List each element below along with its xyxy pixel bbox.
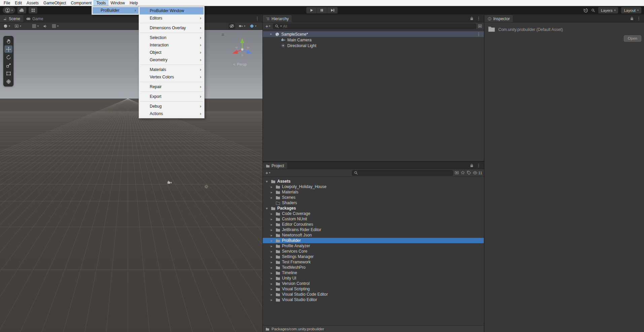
camera-settings-dropdown[interactable]: ▾ (238, 23, 246, 29)
menu-item-interaction[interactable]: Interaction› (140, 41, 204, 49)
layout-dropdown[interactable]: Layout ▾ (621, 7, 641, 13)
camera-gizmo-icon[interactable] (167, 180, 172, 186)
scene-options-icon[interactable]: ⋮ (476, 32, 481, 37)
move-tool-button[interactable] (4, 45, 12, 53)
menu-item-selection[interactable]: Selection› (140, 34, 204, 41)
hidden-packages-toggle[interactable]: 11 (473, 171, 482, 175)
layers-dropdown[interactable]: Layers ▾ (598, 7, 618, 13)
rotate-tool-button[interactable] (4, 53, 12, 61)
project-row-scenes[interactable]: ▸Scenes (263, 195, 484, 200)
tab-project[interactable]: Project (263, 162, 287, 169)
search-picker-icon[interactable] (478, 24, 482, 28)
project-search-input[interactable] (352, 170, 453, 176)
menu-item-debug[interactable]: Debug› (140, 103, 204, 110)
project-row-profile-analyzer[interactable]: ▸Profile Analyzer (263, 243, 484, 249)
favorites-icon[interactable] (461, 171, 465, 175)
grid-snap-dropdown[interactable]: ▾ (31, 23, 40, 29)
view-tool-button[interactable] (4, 37, 12, 45)
shading-mode-dropdown[interactable]: ▾ (2, 23, 11, 29)
search-button[interactable] (591, 8, 595, 12)
hierarchy-row-directional-light[interactable]: Directional Light (263, 43, 484, 48)
foldout-icon[interactable]: ▸ (270, 271, 274, 275)
foldout-icon[interactable]: ▸ (270, 233, 274, 237)
project-row-lowpoly-holiday-house[interactable]: ▸Lowpoly_Holiday_House (263, 184, 484, 189)
project-row-packages[interactable]: ▾Packages (263, 206, 484, 211)
project-row-visual-studio-editor[interactable]: ▸Visual Studio Editor (263, 297, 484, 302)
menu-item-probuilder-window[interactable]: ProBuilder Window (140, 7, 204, 14)
lock-icon[interactable] (470, 16, 473, 21)
project-row-test-framework[interactable]: ▸Test Framework (263, 259, 484, 265)
pause-button[interactable] (317, 7, 327, 13)
overlay-handle[interactable]: ≡ (221, 32, 224, 37)
tab-inspector[interactable]: Inspector (485, 15, 513, 22)
scale-tool-button[interactable] (4, 62, 12, 69)
foldout-icon[interactable]: ▸ (270, 239, 274, 243)
lock-icon[interactable] (470, 163, 473, 168)
menu-item-object[interactable]: Object› (140, 49, 204, 56)
project-row-materials[interactable]: ▸Materials (263, 189, 484, 195)
light-gizmo-icon[interactable] (204, 184, 209, 190)
foldout-icon[interactable]: ▸ (270, 266, 274, 269)
project-menu-icon[interactable]: ⋮ (476, 163, 481, 168)
undo-history-button[interactable] (583, 8, 588, 13)
menu-file[interactable]: File (1, 0, 12, 6)
tab-game[interactable]: Game (23, 15, 46, 22)
menu-window[interactable]: Window (108, 0, 127, 6)
project-row-custom-nunit[interactable]: ▸Custom NUnit (263, 216, 484, 222)
audio-toggle[interactable] (42, 23, 48, 29)
project-row-timeline[interactable]: ▸Timeline (263, 270, 484, 275)
menu-item-export[interactable]: Export› (140, 93, 204, 100)
project-row-shaders[interactable]: Shaders (263, 200, 484, 206)
account-dropdown[interactable]: ▾ (3, 7, 15, 13)
project-row-visual-studio-code-editor[interactable]: ▸Visual Studio Code Editor (263, 292, 484, 297)
menu-item-geometry[interactable]: Geometry› (140, 56, 204, 64)
foldout-icon[interactable]: ▸ (270, 293, 274, 296)
menu-edit[interactable]: Edit (12, 0, 24, 6)
menu-item-probuilder[interactable]: ProBuilder› (93, 7, 138, 14)
menu-item-dimensions-overlay[interactable]: Dimensions Overlay› (140, 24, 204, 32)
hierarchy-row-main-camera[interactable]: Main Camera (263, 37, 484, 43)
transform-tool-button[interactable] (4, 78, 12, 85)
grid-visibility-dropdown[interactable]: ▾ (51, 23, 60, 29)
project-row-services-core[interactable]: ▸Services Core (263, 249, 484, 254)
foldout-icon[interactable]: ▾ (265, 180, 269, 183)
menu-help[interactable]: Help (127, 0, 140, 6)
menu-component[interactable]: Component (68, 0, 94, 6)
persp-toggle[interactable]: < Persp (233, 62, 247, 66)
scene-viewport[interactable]: ≡ < (0, 30, 262, 332)
menu-item-repair[interactable]: Repair› (140, 83, 204, 90)
foldout-icon[interactable]: ▸ (270, 250, 274, 253)
foldout-icon[interactable]: ▸ (270, 287, 274, 291)
view-options-dropdown[interactable]: ▾ (13, 23, 22, 29)
menu-assets[interactable]: Assets (24, 0, 41, 6)
foldout-icon[interactable]: ▸ (270, 196, 274, 199)
play-button[interactable] (307, 7, 317, 13)
foldout-icon[interactable]: ▸ (270, 223, 274, 226)
search-picker-icon[interactable] (455, 171, 459, 175)
gizmos-dropdown[interactable]: ▾ (249, 23, 257, 29)
menu-gameobject[interactable]: GameObject (41, 0, 68, 6)
services-button[interactable] (29, 7, 37, 13)
rect-tool-button[interactable] (4, 70, 12, 77)
project-row-newtonsoft-json[interactable]: ▸Newtonsoft Json (263, 232, 484, 238)
foldout-icon[interactable]: ▾ (269, 32, 273, 36)
project-row-version-control[interactable]: ▸Version Control (263, 281, 484, 286)
label-icon[interactable] (467, 171, 471, 175)
project-create-button[interactable]: + ▾ (264, 170, 271, 176)
project-row-editor-coroutines[interactable]: ▸Editor Coroutines (263, 222, 484, 227)
lock-icon[interactable] (630, 16, 634, 21)
project-row-settings-manager[interactable]: ▸Settings Manager (263, 254, 484, 259)
project-row-unity-ui[interactable]: ▸Unity UI (263, 275, 484, 281)
menu-item-vertex-colors[interactable]: Vertex Colors› (140, 73, 204, 81)
foldout-icon[interactable]: ▸ (270, 282, 274, 286)
foldout-icon[interactable]: ▸ (270, 212, 274, 216)
scene-orientation-gizmo[interactable] (228, 34, 257, 63)
scene-panel-menu-icon[interactable]: ⋮ (255, 16, 259, 21)
foldout-icon[interactable]: ▸ (270, 228, 274, 232)
foldout-icon[interactable]: ▸ (270, 185, 274, 189)
foldout-icon[interactable]: ▸ (270, 276, 274, 280)
scene-visibility-toggle[interactable] (228, 23, 235, 29)
project-row-textmeshpro[interactable]: ▸TextMeshPro (263, 265, 484, 270)
foldout-icon[interactable]: ▸ (270, 298, 274, 302)
hierarchy-create-button[interactable]: + ▾ (264, 24, 271, 29)
